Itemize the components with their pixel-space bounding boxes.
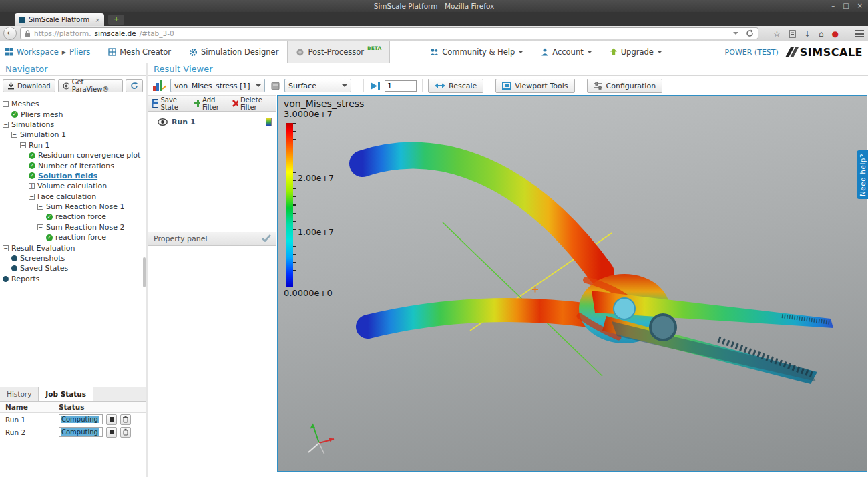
nav-community-help[interactable]: Community & Help	[429, 47, 523, 57]
color-field-icon	[152, 80, 167, 92]
tree-item-label: Residuum convergence plot	[38, 151, 140, 160]
collapse-icon[interactable]: −	[3, 122, 9, 128]
community-help-label[interactable]: Community & Help	[442, 47, 515, 57]
download-button[interactable]: Download	[3, 80, 55, 92]
tree-item-label: Screenshots	[20, 254, 65, 263]
item-dot-icon	[3, 276, 9, 282]
representation-cube-icon	[270, 80, 281, 91]
tree-item-face-calculation[interactable]: −Face calculation	[0, 192, 142, 202]
tree-item-reaction-force[interactable]: ✓reaction force	[0, 232, 142, 243]
nav-post-processor[interactable]: Post-Processor BETA	[287, 41, 390, 63]
gear-icon	[189, 48, 198, 57]
expand-icon[interactable]: +	[29, 183, 35, 189]
home-icon[interactable]: ⌂	[819, 29, 824, 39]
simulation-designer-label[interactable]: Simulation Designer	[201, 47, 278, 57]
collapse-icon[interactable]: −	[37, 204, 43, 210]
frame-input[interactable]	[385, 80, 417, 92]
rescale-arrows-icon	[435, 82, 445, 89]
simscale-logo: SIMSCALE	[788, 46, 863, 59]
tab-history[interactable]: History	[0, 387, 39, 401]
field-select[interactable]: von_Mises_stress [1]	[170, 79, 265, 92]
tree-item-residuum-convergence-plot[interactable]: ✓Residuum convergence plot	[0, 150, 142, 160]
tree-item-pliers-mesh[interactable]: ✓Pliers mesh	[0, 109, 142, 119]
tree-item-reports[interactable]: Reports	[0, 274, 142, 284]
tree-item-result-evaluation[interactable]: −Result Evaluation	[0, 243, 142, 253]
extension-icon[interactable]: ●	[832, 29, 839, 39]
tree-item-sum-reaction-nose-1[interactable]: −Sum Reaction Nose 1	[0, 202, 142, 212]
property-panel-header: Property panel	[148, 232, 276, 246]
close-button[interactable]: ×	[857, 0, 863, 12]
bookmark-star-icon[interactable]: ☆	[773, 29, 781, 39]
tree-item-saved-states[interactable]: Saved States	[0, 263, 142, 273]
nav-mesh-creator[interactable]: Mesh Creator	[108, 47, 171, 57]
job-row: Run 2Computing	[0, 426, 146, 438]
tree-item-solution-fields[interactable]: ✓Solution fields	[0, 171, 142, 181]
account-label[interactable]: Account	[552, 47, 583, 57]
configuration-button[interactable]: Configuration	[587, 79, 663, 93]
job-status-text: Computing	[61, 428, 99, 436]
bookmarks-icon[interactable]	[789, 30, 796, 38]
play-button[interactable]	[369, 82, 381, 90]
tree-item-sum-reaction-nose-2[interactable]: −Sum Reaction Nose 2	[0, 222, 142, 232]
viewport-tools-button[interactable]: Viewport Tools	[495, 79, 574, 93]
delete-job-button[interactable]	[120, 427, 131, 438]
delete-filter-button[interactable]: Delete Filter	[232, 96, 273, 111]
need-help-tab[interactable]: Need help?	[857, 150, 868, 199]
add-filter-button[interactable]: Add Filter	[194, 96, 228, 111]
render-viewport[interactable]: von_Mises_stress 3.0000e+7 2.00e+7 1.00e…	[277, 95, 867, 472]
tree-item-simulation-1[interactable]: −Simulation 1	[0, 130, 142, 140]
tab-close-icon[interactable]: ×	[95, 17, 100, 23]
upgrade-label[interactable]: Upgrade	[621, 47, 654, 57]
workspace-label[interactable]: Workspace	[17, 47, 59, 57]
tree-item-number-of-iterations[interactable]: ✓Number of iterations	[0, 160, 142, 170]
nav-account[interactable]: Account	[541, 47, 592, 57]
mesh-creator-label[interactable]: Mesh Creator	[120, 47, 171, 57]
tree-item-volume-calculation[interactable]: +Volume calculation	[0, 181, 142, 191]
browser-tab[interactable]: SimScale Platform ×	[15, 13, 104, 26]
rescale-button[interactable]: Rescale	[428, 79, 483, 93]
job-row: Run 1Computing	[0, 413, 146, 426]
stop-job-button[interactable]	[106, 427, 117, 438]
collapse-icon[interactable]: −	[20, 142, 26, 148]
tab-job-status[interactable]: Job Status	[39, 387, 93, 401]
refresh-button[interactable]	[126, 80, 143, 92]
representation-select[interactable]: Surface	[284, 79, 351, 92]
tree-item-meshes[interactable]: −Meshes	[0, 99, 142, 109]
collapse-icon[interactable]: −	[3, 101, 9, 107]
maximize-button[interactable]: □	[843, 0, 849, 12]
tree-item-screenshots[interactable]: Screenshots	[0, 253, 142, 263]
nav-upgrade[interactable]: Upgrade	[610, 47, 662, 57]
toolbar-separator	[847, 29, 847, 39]
menu-icon[interactable]	[855, 30, 864, 37]
post-processor-label[interactable]: Post-Processor	[308, 47, 364, 57]
url-dropdown-icon[interactable]	[733, 32, 738, 37]
collapse-icon[interactable]: −	[37, 224, 43, 230]
collapse-icon[interactable]: −	[3, 245, 9, 251]
get-paraview-button[interactable]: Get ParaView®	[58, 80, 123, 92]
tree-item-reaction-force[interactable]: ✓reaction force	[0, 212, 142, 222]
reload-icon[interactable]	[746, 29, 754, 37]
job-status-cell[interactable]: Computing	[59, 427, 103, 437]
project-name[interactable]: Pliers	[69, 47, 90, 57]
downloads-icon[interactable]: ↓	[804, 29, 811, 39]
save-state-button[interactable]: Save State	[152, 96, 190, 111]
tree-item-simulations[interactable]: −Simulations	[0, 120, 142, 130]
collapse-icon[interactable]: −	[29, 194, 35, 200]
chevron-down-icon	[587, 51, 592, 56]
user-plan-label[interactable]: POWER (TEST)	[725, 48, 779, 57]
new-tab-button[interactable]: +	[108, 15, 124, 25]
pipeline-item-run1[interactable]: Run 1	[148, 112, 276, 126]
apply-check-icon[interactable]	[262, 234, 271, 244]
collapse-icon[interactable]: −	[11, 132, 17, 138]
minimize-button[interactable]: –	[831, 0, 835, 12]
delete-job-button[interactable]	[120, 414, 131, 425]
workspace-breadcrumb[interactable]: Workspace ▶ Pliers	[5, 47, 90, 57]
url-input[interactable]: https://platform.simscale.de/#tab_3-0	[20, 27, 758, 39]
visibility-eye-icon[interactable]	[158, 118, 168, 126]
workspace-grid-icon	[5, 48, 13, 56]
job-status-cell[interactable]: Computing	[59, 414, 103, 424]
tree-item-run-1[interactable]: −Run 1	[0, 140, 142, 150]
stop-job-button[interactable]	[106, 414, 117, 425]
back-button[interactable]: ←	[3, 27, 17, 40]
nav-simulation-designer[interactable]: Simulation Designer	[189, 47, 278, 57]
